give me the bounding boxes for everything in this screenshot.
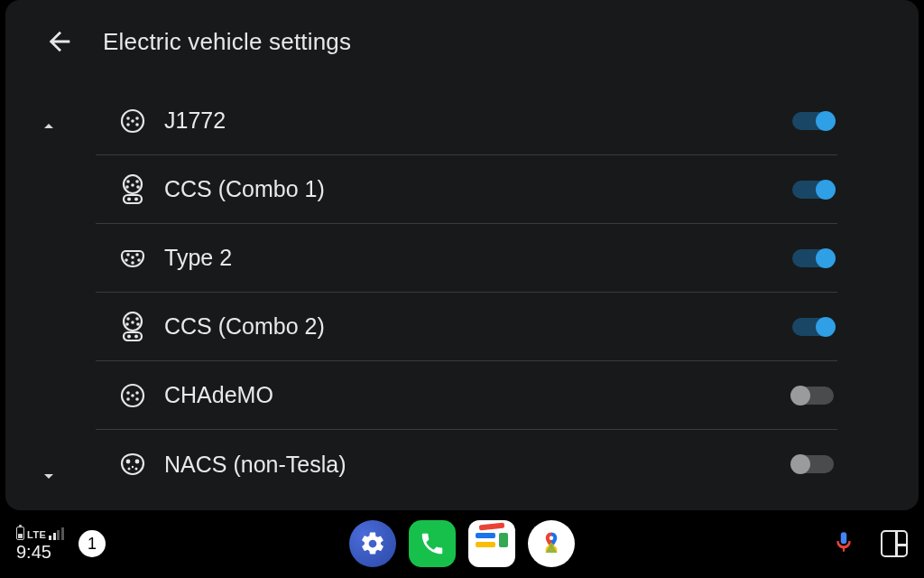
chevron-up-icon bbox=[38, 116, 60, 137]
svg-point-1 bbox=[126, 117, 130, 120]
back-button[interactable] bbox=[43, 25, 76, 58]
svg-point-7 bbox=[126, 180, 130, 183]
scroll-down-button[interactable] bbox=[32, 460, 65, 492]
svg-point-11 bbox=[131, 183, 134, 187]
plug-toggle[interactable] bbox=[792, 387, 834, 405]
plug-label: J1772 bbox=[164, 107, 792, 134]
header: Electric vehicle settings bbox=[5, 0, 919, 79]
plug-label: CCS (Combo 2) bbox=[164, 313, 792, 340]
svg-point-9 bbox=[125, 185, 129, 189]
arrow-left-icon bbox=[44, 26, 75, 57]
svg-point-13 bbox=[127, 197, 131, 200]
svg-point-18 bbox=[137, 258, 141, 262]
plug-label: CHAdeMO bbox=[164, 382, 792, 408]
maps-pin-icon bbox=[538, 530, 565, 557]
settings-panel: Electric vehicle settings J1772 CCS (Com… bbox=[5, 0, 919, 510]
network-label: LTE bbox=[27, 530, 46, 540]
plug-toggle[interactable] bbox=[792, 112, 834, 130]
svg-point-10 bbox=[136, 185, 140, 189]
signal-icon bbox=[49, 527, 64, 540]
plug-list: J1772 CCS (Combo 1) Type 2 CCS bbox=[96, 87, 837, 510]
svg-point-39 bbox=[135, 468, 138, 471]
nacs-plug-icon bbox=[117, 449, 148, 480]
news-app[interactable] bbox=[468, 520, 515, 567]
svg-point-4 bbox=[135, 123, 139, 126]
svg-point-16 bbox=[135, 253, 139, 256]
chademo-plug-icon bbox=[117, 380, 148, 411]
plug-toggle[interactable] bbox=[792, 249, 834, 267]
plug-row-nacs[interactable]: NACS (non-Tesla) bbox=[96, 430, 837, 499]
screen: Electric vehicle settings J1772 CCS (Com… bbox=[0, 0, 924, 578]
maps-app[interactable] bbox=[528, 520, 575, 567]
svg-rect-12 bbox=[124, 195, 142, 203]
svg-point-26 bbox=[131, 321, 134, 324]
plug-label: NACS (non-Tesla) bbox=[164, 452, 792, 478]
svg-point-17 bbox=[125, 258, 128, 262]
plug-row-chademo[interactable]: CHAdeMO bbox=[96, 361, 837, 430]
voice-button[interactable] bbox=[832, 530, 855, 557]
chevron-down-icon bbox=[38, 465, 60, 487]
plug-toggle[interactable] bbox=[792, 455, 834, 473]
svg-point-15 bbox=[126, 253, 130, 256]
svg-point-20 bbox=[131, 261, 134, 265]
phone-app[interactable] bbox=[409, 520, 456, 567]
svg-point-22 bbox=[126, 317, 130, 321]
svg-point-5 bbox=[131, 119, 134, 123]
plug-row-ccs1[interactable]: CCS (Combo 1) bbox=[96, 155, 837, 224]
svg-point-23 bbox=[135, 317, 139, 321]
plug-label: CCS (Combo 1) bbox=[164, 176, 792, 202]
svg-point-3 bbox=[126, 123, 130, 126]
svg-point-29 bbox=[134, 334, 138, 338]
clock: 9:45 bbox=[16, 543, 51, 561]
svg-point-33 bbox=[126, 397, 130, 401]
plug-toggle[interactable] bbox=[792, 181, 834, 199]
svg-point-41 bbox=[550, 536, 554, 541]
page-title: Electric vehicle settings bbox=[103, 28, 351, 56]
mic-icon bbox=[832, 530, 855, 554]
svg-point-37 bbox=[135, 460, 140, 464]
svg-point-34 bbox=[135, 397, 139, 401]
svg-point-25 bbox=[136, 322, 140, 326]
svg-point-40 bbox=[132, 466, 134, 468]
svg-point-32 bbox=[135, 391, 139, 395]
plug-label: Type 2 bbox=[164, 245, 792, 271]
google-news-icon bbox=[476, 527, 508, 560]
plug-row-j1772[interactable]: J1772 bbox=[96, 87, 837, 155]
plug-toggle[interactable] bbox=[792, 318, 834, 336]
phone-icon bbox=[419, 530, 446, 557]
gear-icon bbox=[359, 530, 386, 557]
scroll-up-button[interactable] bbox=[32, 110, 65, 143]
svg-point-28 bbox=[127, 334, 131, 338]
plug-row-type2[interactable]: Type 2 bbox=[96, 224, 837, 293]
battery-icon bbox=[16, 527, 24, 540]
svg-point-31 bbox=[126, 391, 130, 395]
plug-row-ccs2[interactable]: CCS (Combo 2) bbox=[96, 293, 837, 361]
ccs2-plug-icon bbox=[117, 312, 148, 342]
status-block: LTE 9:45 bbox=[16, 527, 64, 561]
svg-point-38 bbox=[128, 468, 131, 471]
svg-point-19 bbox=[131, 256, 134, 259]
svg-point-8 bbox=[135, 180, 139, 183]
right-controls bbox=[832, 530, 908, 557]
system-bar: LTE 9:45 1 bbox=[0, 513, 924, 578]
j1772-plug-icon bbox=[117, 106, 148, 136]
splitscreen-button[interactable] bbox=[881, 530, 908, 557]
svg-point-2 bbox=[135, 117, 139, 120]
app-dock bbox=[349, 520, 575, 567]
svg-point-36 bbox=[126, 460, 131, 464]
ccs1-plug-icon bbox=[117, 174, 148, 205]
type2-plug-icon bbox=[117, 243, 148, 274]
notification-badge[interactable]: 1 bbox=[79, 530, 106, 557]
svg-rect-27 bbox=[124, 332, 142, 340]
svg-point-14 bbox=[134, 197, 138, 200]
settings-app[interactable] bbox=[349, 520, 396, 567]
svg-point-35 bbox=[131, 394, 134, 397]
svg-point-24 bbox=[125, 322, 129, 326]
status-icons: LTE bbox=[16, 527, 64, 540]
